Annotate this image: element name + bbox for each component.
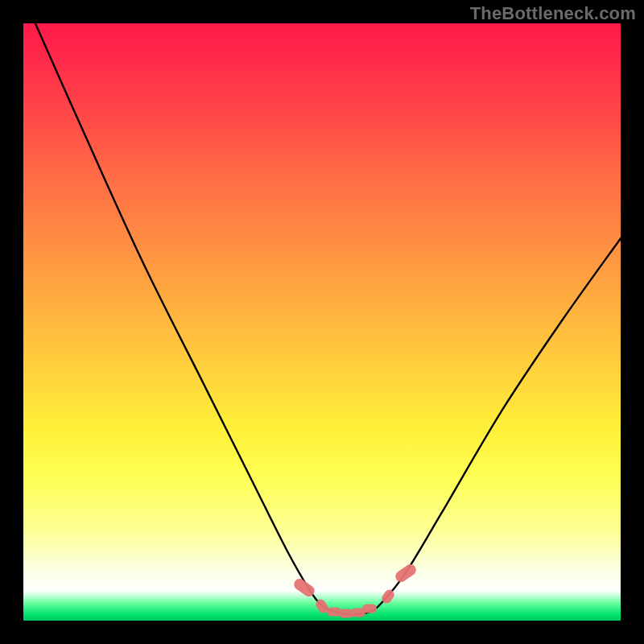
attribution-text: TheBottleneck.com (470, 3, 636, 24)
chart-stage: TheBottleneck.com (0, 0, 644, 644)
bottleneck-curve (35, 23, 621, 615)
plot-area (23, 23, 621, 621)
curve-svg (23, 23, 621, 621)
